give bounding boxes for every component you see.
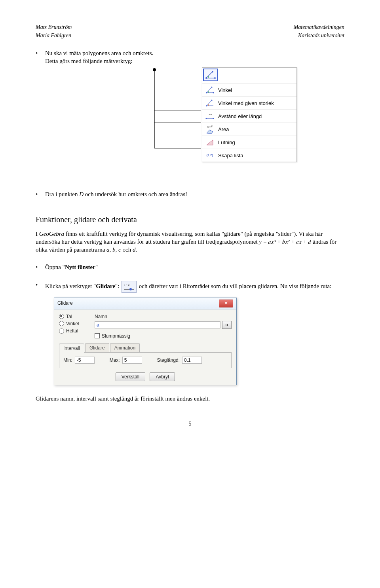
page-number: 5 — [36, 420, 344, 428]
radio-label: Tal — [66, 313, 72, 320]
tab-animation[interactable]: Animation — [110, 343, 140, 352]
radio-heltal[interactable]: Heltal — [59, 328, 95, 334]
bullet-open-window: Öppna "Nytt fönster" — [45, 263, 344, 271]
close-button[interactable]: ✕ — [219, 300, 233, 307]
intro-paragraph: I GeoGebra finns ett kraftfullt verktyg … — [36, 230, 344, 254]
header-left-top: Mats Brunström — [36, 24, 72, 31]
bullet-marker — [36, 190, 45, 198]
dialog-titlebar: Glidare ✕ — [54, 298, 236, 309]
svg-point-8 — [214, 77, 216, 79]
section-title: Funktioner, glidare och derivata — [36, 214, 344, 225]
leader-lines — [99, 67, 202, 178]
cancel-button[interactable]: Avbryt — [150, 372, 175, 381]
angle-size-icon — [205, 98, 215, 108]
name-input[interactable]: a — [95, 321, 220, 328]
bullet-marker — [36, 281, 45, 293]
menu-item-vinkel-given[interactable]: Vinkel med given storlek — [202, 96, 296, 109]
distance-icon: cm — [205, 111, 215, 121]
area-icon: cm² — [205, 124, 215, 134]
menu-item-create-list[interactable]: {1,2} Skapa lista — [202, 149, 296, 162]
menu-item-label: Vinkel — [218, 87, 232, 94]
svg-point-7 — [205, 77, 207, 79]
close-icon: ✕ — [224, 300, 228, 306]
svg-line-6 — [206, 72, 213, 78]
svg-point-21 — [213, 118, 214, 119]
tab-pane-intervall: Min: -5 Max: 5 Steglängd: 0.1 — [59, 353, 232, 368]
closing-paragraph: Glidarens namn, intervall samt steglängd… — [36, 395, 344, 403]
svg-point-25 — [129, 288, 132, 290]
checkbox-label: Slumpmässig — [102, 333, 130, 339]
svg-point-9 — [212, 71, 213, 73]
slider-dialog: Glidare ✕ Tal Vinkel Heltal — [54, 298, 237, 386]
angle-tool-button[interactable] — [203, 69, 218, 81]
list-icon: {1,2} — [205, 150, 215, 160]
svg-point-14 — [211, 87, 212, 88]
radio-tal[interactable]: Tal — [59, 313, 95, 320]
svg-marker-22 — [207, 130, 213, 134]
radio-label: Vinkel — [66, 321, 79, 327]
bullet-click-glidare: Klicka på verktyget "Glidare": a = 2 och… — [45, 281, 344, 293]
bullet-measure-text: Nu ska vi mäta polygonens area och omkre… — [45, 49, 344, 65]
svg-marker-23 — [207, 140, 213, 145]
slope-icon — [205, 137, 215, 147]
bullet-drag-text: Dra i punkten D och undersök hur omkrets… — [45, 190, 344, 198]
random-checkbox[interactable]: Slumpmässig — [95, 333, 232, 339]
tab-glidare[interactable]: Glidare — [85, 343, 109, 352]
svg-point-20 — [205, 118, 207, 119]
radio-vinkel[interactable]: Vinkel — [59, 321, 95, 327]
bullet-marker — [36, 263, 45, 271]
step-input[interactable]: 0.1 — [182, 357, 202, 364]
step-label: Steglängd: — [157, 357, 180, 363]
angle-icon — [205, 70, 217, 80]
radio-icon — [59, 314, 64, 319]
name-label: Namn — [95, 314, 107, 319]
measure-tools-figure: Vinkel Vinkel med given storlek cm Avstå… — [36, 67, 344, 178]
dialog-tabs: Intervall Glidare Animation — [59, 343, 232, 353]
min-label: Min: — [63, 357, 72, 363]
dropdown-header — [202, 68, 296, 83]
header-right-bottom: Karlstads universitet — [298, 32, 344, 40]
menu-item-label: Lutning — [218, 139, 235, 146]
slider-icon-label: a = 2 — [124, 283, 130, 286]
min-input[interactable]: -5 — [75, 357, 95, 364]
alpha-icon: α — [226, 322, 228, 328]
max-input[interactable]: 5 — [122, 357, 142, 364]
alpha-button[interactable]: α — [222, 321, 232, 329]
header-left-bottom: Maria Fahlgren — [36, 32, 71, 40]
radio-label: Heltal — [66, 328, 78, 334]
menu-item-label: Area — [218, 126, 229, 133]
svg-point-17 — [206, 105, 207, 107]
header-right-top: Matematikavdelningen — [294, 24, 344, 31]
max-label: Max: — [110, 357, 120, 363]
menu-item-label: Skapa lista — [218, 152, 243, 159]
tab-intervall[interactable]: Intervall — [59, 344, 84, 353]
bullet-marker — [36, 49, 45, 65]
dialog-title: Glidare — [57, 300, 73, 306]
radio-icon — [59, 321, 64, 326]
radio-icon — [59, 328, 64, 334]
svg-line-11 — [207, 87, 212, 93]
svg-point-13 — [213, 92, 214, 94]
svg-point-12 — [206, 92, 207, 94]
menu-item-distance[interactable]: cm Avstånd eller längd — [202, 109, 296, 122]
svg-point-18 — [211, 100, 212, 101]
menu-item-label: Avstånd eller längd — [218, 113, 262, 120]
menu-item-vinkel[interactable]: Vinkel — [202, 83, 296, 96]
checkbox-icon — [95, 333, 100, 338]
svg-line-16 — [207, 100, 212, 106]
menu-item-label: Vinkel med given storlek — [218, 100, 274, 107]
slider-tool-icon: a = 2 — [122, 281, 137, 293]
measure-dropdown: Vinkel Vinkel med given storlek cm Avstå… — [202, 67, 297, 162]
apply-button[interactable]: Verkställ — [116, 372, 145, 381]
menu-item-slope[interactable]: Lutning — [202, 136, 296, 149]
angle-icon — [205, 85, 215, 95]
menu-item-area[interactable]: cm² Area — [202, 122, 296, 136]
